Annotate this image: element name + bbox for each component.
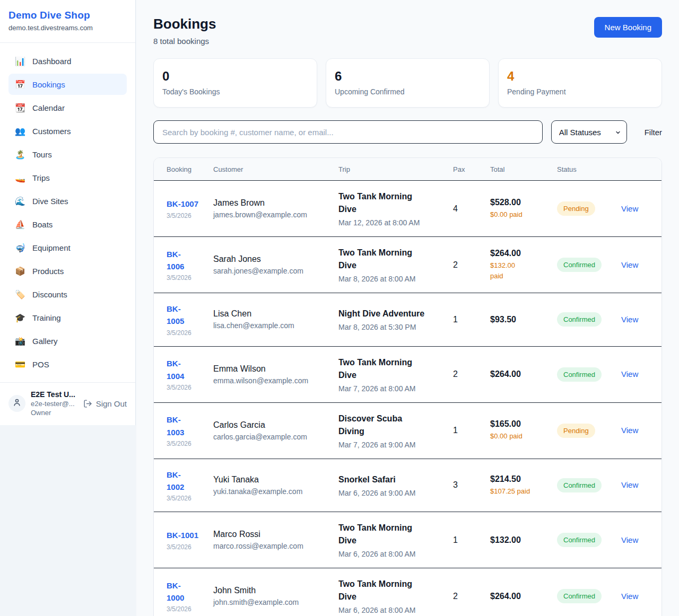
booking-id-link[interactable]: BK- 1005	[167, 303, 184, 328]
customer-name: Emma Wilson	[213, 364, 333, 374]
customer-email: james.brown@example.com	[213, 210, 333, 219]
status-badge: Pending	[557, 201, 595, 216]
customer-cell: Emma Wilson emma.wilson@example.com	[213, 364, 338, 385]
tours-icon: 🏝️	[15, 149, 25, 160]
sidebar-item-pos[interactable]: 💳 POS	[8, 354, 127, 375]
total-cell: $264.00	[490, 369, 557, 379]
booking-cell: BK-1001 3/5/2026	[167, 529, 213, 550]
booking-id-link[interactable]: BK-1007	[167, 198, 198, 210]
booking-id-link[interactable]: BK- 1000	[167, 579, 184, 604]
status-badge: Confirmed	[557, 589, 602, 603]
customer-email: marco.rossi@example.com	[213, 542, 333, 550]
column-header-total: Total	[490, 158, 557, 180]
total-amount: $528.00	[490, 198, 552, 207]
status-cell: Confirmed	[557, 589, 621, 603]
actions-cell: View	[621, 480, 649, 490]
booking-id-link[interactable]: BK- 1004	[167, 357, 184, 382]
status-badge: Confirmed	[557, 367, 602, 382]
sidebar-item-bookings[interactable]: 📅 Bookings	[8, 74, 127, 95]
status-cell: Confirmed	[557, 312, 621, 327]
table-row: BK- 1000 3/5/2026 John Smith john.smith@…	[154, 568, 661, 616]
customers-icon: 👥	[15, 126, 25, 136]
stat-value: 0	[162, 69, 308, 84]
customer-cell: Marco Rossi marco.rossi@example.com	[213, 530, 338, 550]
stats-row: 0Today's Bookings6Upcoming Confirmed4Pen…	[153, 58, 662, 108]
pos-icon: 💳	[15, 359, 25, 369]
new-booking-button[interactable]: New Booking	[594, 17, 662, 38]
booking-date: 3/5/2026	[167, 329, 208, 337]
sidebar-item-products[interactable]: 📦 Products	[8, 260, 127, 281]
booking-id-link[interactable]: BK- 1002	[167, 469, 184, 494]
total-cell: $93.50	[490, 315, 557, 324]
view-link[interactable]: View	[621, 204, 638, 213]
total-amount: $214.50	[490, 474, 552, 484]
filter-button[interactable]: Filter	[645, 128, 662, 137]
sidebar-item-discounts[interactable]: 🏷️ Discounts	[8, 284, 127, 305]
sidebar-header: Demo Dive Shop demo.test.divestreams.com	[0, 0, 135, 43]
booking-date: 3/5/2026	[167, 384, 208, 391]
shop-domain: demo.test.divestreams.com	[8, 24, 127, 32]
sidebar-item-trips[interactable]: 🚤 Trips	[8, 167, 127, 188]
sidebar-item-customers[interactable]: 👥 Customers	[8, 120, 127, 142]
stat-value: 6	[335, 69, 481, 84]
trip-datetime: Mar 7, 2026 at 8:00 AM	[338, 384, 448, 393]
trip-datetime: Mar 12, 2026 at 8:00 AM	[338, 218, 448, 227]
stat-card-0: 0Today's Bookings	[153, 58, 317, 108]
total-cell: $264.00 $132.00 paid	[490, 249, 557, 281]
trip-datetime: Mar 8, 2026 at 8:00 AM	[338, 275, 448, 283]
customer-cell: Lisa Chen lisa.chen@example.com	[213, 309, 338, 330]
table-row: BK- 1002 3/5/2026 Yuki Tanaka yuki.tanak…	[154, 459, 661, 513]
total-amount: $264.00	[490, 249, 552, 258]
sidebar-item-tours[interactable]: 🏝️ Tours	[8, 144, 127, 165]
sidebar: Demo Dive Shop demo.test.divestreams.com…	[0, 0, 136, 425]
booking-id-link[interactable]: BK- 1006	[167, 248, 184, 273]
status-badge: Confirmed	[557, 478, 602, 492]
view-link[interactable]: View	[621, 260, 638, 269]
sidebar-item-dashboard[interactable]: 📊 Dashboard	[8, 50, 127, 72]
page-subtitle: 8 total bookings	[153, 37, 216, 46]
paid-amount: $107.25 paid	[490, 486, 552, 497]
status-badge: Pending	[557, 424, 595, 438]
actions-cell: View	[621, 204, 649, 214]
sidebar-item-calendar[interactable]: 📆 Calendar	[8, 97, 127, 118]
view-link[interactable]: View	[621, 426, 638, 435]
status-cell: Pending	[557, 424, 621, 438]
trip-datetime: Mar 7, 2026 at 9:00 AM	[338, 441, 448, 449]
user-icon	[12, 398, 22, 409]
sidebar-item-boats[interactable]: ⛵ Boats	[8, 214, 127, 235]
total-cell: $264.00	[490, 592, 557, 601]
booking-cell: BK- 1000 3/5/2026	[167, 579, 213, 613]
sidebar-item-equipment[interactable]: 🤿 Equipment	[8, 237, 127, 258]
customer-name: Yuki Tanaka	[213, 475, 333, 485]
customer-email: yuki.tanaka@example.com	[213, 487, 333, 496]
actions-cell: View	[621, 535, 649, 545]
trip-name: Two Tank Morning Dive	[338, 522, 448, 547]
sidebar-item-training[interactable]: 🎓 Training	[8, 307, 127, 328]
actions-cell: View	[621, 260, 649, 270]
discounts-icon: 🏷️	[15, 289, 25, 300]
booking-cell: BK- 1004 3/5/2026	[167, 357, 213, 391]
view-link[interactable]: View	[621, 315, 638, 324]
table-row: BK-1007 3/5/2026 James Brown james.brown…	[154, 181, 661, 237]
sidebar-item-gallery[interactable]: 📸 Gallery	[8, 330, 127, 351]
total-cell: $214.50 $107.25 paid	[490, 474, 557, 497]
table-row: BK- 1005 3/5/2026 Lisa Chen lisa.chen@ex…	[154, 293, 661, 347]
view-link[interactable]: View	[621, 480, 638, 489]
total-amount: $93.50	[490, 315, 552, 324]
paid-amount: $0.00 paid	[490, 431, 552, 442]
sign-out-button[interactable]: Sign Out	[83, 399, 127, 408]
equipment-icon: 🤿	[15, 243, 25, 253]
status-cell: Pending	[557, 201, 621, 216]
booking-id-link[interactable]: BK-1001	[167, 529, 198, 541]
view-link[interactable]: View	[621, 369, 638, 379]
sidebar-item-dive-sites[interactable]: 🌊 Dive Sites	[8, 190, 127, 212]
search-input[interactable]	[153, 120, 543, 144]
status-cell: Confirmed	[557, 367, 621, 382]
view-link[interactable]: View	[621, 592, 638, 601]
trip-datetime: Mar 8, 2026 at 5:30 PM	[338, 323, 448, 331]
total-cell: $165.00 $0.00 paid	[490, 419, 557, 442]
user-name: E2E Test U...	[31, 390, 78, 399]
booking-id-link[interactable]: BK- 1003	[167, 413, 184, 438]
view-link[interactable]: View	[621, 535, 638, 544]
status-filter-select[interactable]: All Statuses	[551, 120, 627, 144]
